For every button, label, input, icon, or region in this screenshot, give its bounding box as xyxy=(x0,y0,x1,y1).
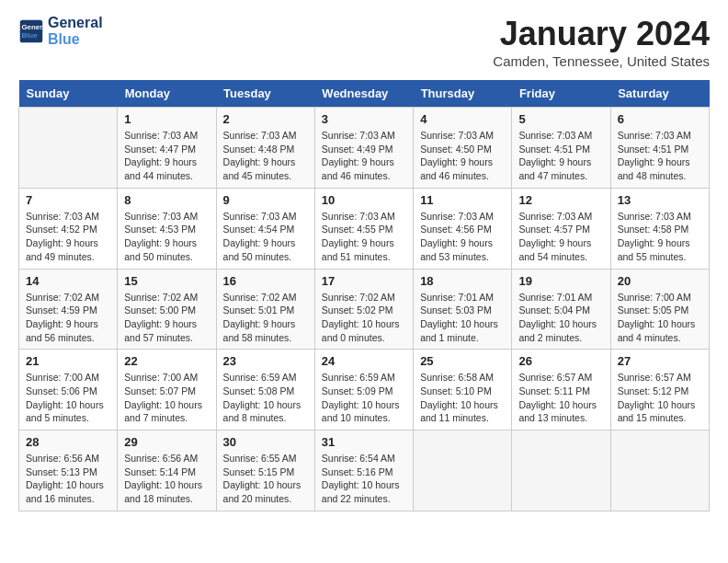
logo-text-general: General xyxy=(48,15,103,31)
day-info: Sunrise: 7:03 AMSunset: 4:54 PMDaylight:… xyxy=(223,210,308,264)
calendar-cell: 7Sunrise: 7:03 AMSunset: 4:52 PMDaylight… xyxy=(19,188,118,269)
day-number: 27 xyxy=(618,354,702,368)
day-info: Sunrise: 7:02 AMSunset: 5:00 PMDaylight:… xyxy=(124,291,209,345)
calendar-cell xyxy=(512,431,610,511)
calendar-header: SundayMondayTuesdayWednesdayThursdayFrid… xyxy=(19,80,710,108)
day-info: Sunrise: 7:03 AMSunset: 4:48 PMDaylight:… xyxy=(223,129,308,183)
calendar-cell xyxy=(414,431,512,511)
day-info: Sunrise: 7:01 AMSunset: 5:04 PMDaylight:… xyxy=(518,291,603,345)
day-number: 8 xyxy=(124,193,209,207)
day-info: Sunrise: 7:02 AMSunset: 5:01 PMDaylight:… xyxy=(223,291,308,345)
calendar-cell: 27Sunrise: 6:57 AMSunset: 5:12 PMDayligh… xyxy=(610,350,709,431)
day-info: Sunrise: 7:03 AMSunset: 4:58 PMDaylight:… xyxy=(618,210,702,264)
calendar-cell: 19Sunrise: 7:01 AMSunset: 5:04 PMDayligh… xyxy=(512,269,610,350)
location-subtitle: Camden, Tennessee, United States xyxy=(493,53,710,69)
calendar-cell: 17Sunrise: 7:02 AMSunset: 5:02 PMDayligh… xyxy=(314,269,413,350)
day-info: Sunrise: 7:00 AMSunset: 5:06 PMDaylight:… xyxy=(26,371,110,425)
day-info: Sunrise: 6:58 AMSunset: 5:10 PMDaylight:… xyxy=(420,371,505,425)
day-info: Sunrise: 6:59 AMSunset: 5:08 PMDaylight:… xyxy=(223,371,308,425)
calendar-cell: 8Sunrise: 7:03 AMSunset: 4:53 PMDaylight… xyxy=(118,188,216,269)
calendar-cell: 15Sunrise: 7:02 AMSunset: 5:00 PMDayligh… xyxy=(118,269,216,350)
day-info: Sunrise: 6:57 AMSunset: 5:12 PMDaylight:… xyxy=(618,371,702,425)
calendar-cell: 26Sunrise: 6:57 AMSunset: 5:11 PMDayligh… xyxy=(512,350,610,431)
logo-text-blue: Blue xyxy=(48,31,103,48)
weekday-header-wednesday: Wednesday xyxy=(314,80,413,108)
day-info: Sunrise: 7:03 AMSunset: 4:55 PMDaylight:… xyxy=(322,210,406,264)
calendar-week-row: 28Sunrise: 6:56 AMSunset: 5:13 PMDayligh… xyxy=(19,431,710,511)
calendar-week-row: 7Sunrise: 7:03 AMSunset: 4:52 PMDaylight… xyxy=(19,188,710,269)
weekday-header-monday: Monday xyxy=(118,80,216,108)
day-info: Sunrise: 7:03 AMSunset: 4:51 PMDaylight:… xyxy=(518,129,603,183)
day-number: 25 xyxy=(420,354,505,368)
calendar-cell: 28Sunrise: 6:56 AMSunset: 5:13 PMDayligh… xyxy=(19,431,118,511)
day-number: 31 xyxy=(322,435,406,449)
day-number: 29 xyxy=(124,435,209,449)
title-block: January 2024 Camden, Tennessee, United S… xyxy=(493,15,710,69)
day-info: Sunrise: 7:01 AMSunset: 5:03 PMDaylight:… xyxy=(420,291,505,345)
day-number: 11 xyxy=(420,193,505,207)
calendar-cell xyxy=(610,431,709,511)
page-header: General Blue General Blue January 2024 C… xyxy=(18,15,710,69)
day-number: 14 xyxy=(26,274,110,288)
calendar-cell: 11Sunrise: 7:03 AMSunset: 4:56 PMDayligh… xyxy=(414,188,512,269)
day-number: 6 xyxy=(618,112,702,126)
day-info: Sunrise: 7:03 AMSunset: 4:49 PMDaylight:… xyxy=(322,129,406,183)
weekday-header-thursday: Thursday xyxy=(414,80,512,108)
calendar-body: 1Sunrise: 7:03 AMSunset: 4:47 PMDaylight… xyxy=(19,108,710,511)
day-number: 17 xyxy=(322,274,406,288)
day-number: 23 xyxy=(223,354,308,368)
day-number: 10 xyxy=(322,193,406,207)
day-number: 30 xyxy=(223,435,308,449)
day-number: 13 xyxy=(618,193,702,207)
day-number: 1 xyxy=(124,112,209,126)
calendar-cell: 22Sunrise: 7:00 AMSunset: 5:07 PMDayligh… xyxy=(118,350,216,431)
logo: General Blue General Blue xyxy=(18,15,103,47)
day-info: Sunrise: 6:54 AMSunset: 5:16 PMDaylight:… xyxy=(322,452,406,506)
calendar-cell: 6Sunrise: 7:03 AMSunset: 4:51 PMDaylight… xyxy=(610,108,709,189)
day-info: Sunrise: 6:57 AMSunset: 5:11 PMDaylight:… xyxy=(518,371,603,425)
svg-text:Blue: Blue xyxy=(22,31,39,40)
day-number: 4 xyxy=(420,112,505,126)
weekday-header-sunday: Sunday xyxy=(19,80,118,108)
calendar-cell: 10Sunrise: 7:03 AMSunset: 4:55 PMDayligh… xyxy=(314,188,413,269)
calendar-cell: 12Sunrise: 7:03 AMSunset: 4:57 PMDayligh… xyxy=(512,188,610,269)
calendar-cell: 4Sunrise: 7:03 AMSunset: 4:50 PMDaylight… xyxy=(414,108,512,189)
day-number: 16 xyxy=(223,274,308,288)
logo-icon: General Blue xyxy=(18,18,44,44)
calendar-cell: 16Sunrise: 7:02 AMSunset: 5:01 PMDayligh… xyxy=(216,269,314,350)
weekday-header-saturday: Saturday xyxy=(610,80,709,108)
calendar-week-row: 21Sunrise: 7:00 AMSunset: 5:06 PMDayligh… xyxy=(19,350,710,431)
calendar-cell: 20Sunrise: 7:00 AMSunset: 5:05 PMDayligh… xyxy=(610,269,709,350)
day-info: Sunrise: 7:00 AMSunset: 5:07 PMDaylight:… xyxy=(124,371,209,425)
day-number: 7 xyxy=(26,193,110,207)
calendar-cell: 24Sunrise: 6:59 AMSunset: 5:09 PMDayligh… xyxy=(314,350,413,431)
day-info: Sunrise: 7:03 AMSunset: 4:51 PMDaylight:… xyxy=(618,129,702,183)
calendar-cell: 29Sunrise: 6:56 AMSunset: 5:14 PMDayligh… xyxy=(118,431,216,511)
calendar-cell: 3Sunrise: 7:03 AMSunset: 4:49 PMDaylight… xyxy=(314,108,413,189)
day-info: Sunrise: 7:03 AMSunset: 4:56 PMDaylight:… xyxy=(420,210,505,264)
calendar-cell: 30Sunrise: 6:55 AMSunset: 5:15 PMDayligh… xyxy=(216,431,314,511)
day-info: Sunrise: 7:00 AMSunset: 5:05 PMDaylight:… xyxy=(618,291,702,345)
day-info: Sunrise: 7:02 AMSunset: 4:59 PMDaylight:… xyxy=(26,291,110,345)
day-info: Sunrise: 7:03 AMSunset: 4:47 PMDaylight:… xyxy=(124,129,209,183)
day-info: Sunrise: 7:03 AMSunset: 4:57 PMDaylight:… xyxy=(518,210,603,264)
day-number: 15 xyxy=(124,274,209,288)
day-info: Sunrise: 7:03 AMSunset: 4:52 PMDaylight:… xyxy=(26,210,110,264)
day-number: 12 xyxy=(518,193,603,207)
day-info: Sunrise: 6:55 AMSunset: 5:15 PMDaylight:… xyxy=(223,452,308,506)
day-info: Sunrise: 6:59 AMSunset: 5:09 PMDaylight:… xyxy=(322,371,406,425)
day-number: 24 xyxy=(322,354,406,368)
calendar-week-row: 1Sunrise: 7:03 AMSunset: 4:47 PMDaylight… xyxy=(19,108,710,189)
calendar-cell: 5Sunrise: 7:03 AMSunset: 4:51 PMDaylight… xyxy=(512,108,610,189)
calendar-cell: 13Sunrise: 7:03 AMSunset: 4:58 PMDayligh… xyxy=(610,188,709,269)
calendar-cell: 18Sunrise: 7:01 AMSunset: 5:03 PMDayligh… xyxy=(414,269,512,350)
day-number: 28 xyxy=(26,435,110,449)
calendar-cell: 14Sunrise: 7:02 AMSunset: 4:59 PMDayligh… xyxy=(19,269,118,350)
day-number: 19 xyxy=(518,274,603,288)
calendar-cell: 31Sunrise: 6:54 AMSunset: 5:16 PMDayligh… xyxy=(314,431,413,511)
calendar-table: SundayMondayTuesdayWednesdayThursdayFrid… xyxy=(18,80,710,511)
day-info: Sunrise: 6:56 AMSunset: 5:13 PMDaylight:… xyxy=(26,452,110,506)
day-number: 18 xyxy=(420,274,505,288)
day-info: Sunrise: 7:03 AMSunset: 4:50 PMDaylight:… xyxy=(420,129,505,183)
day-number: 26 xyxy=(518,354,603,368)
